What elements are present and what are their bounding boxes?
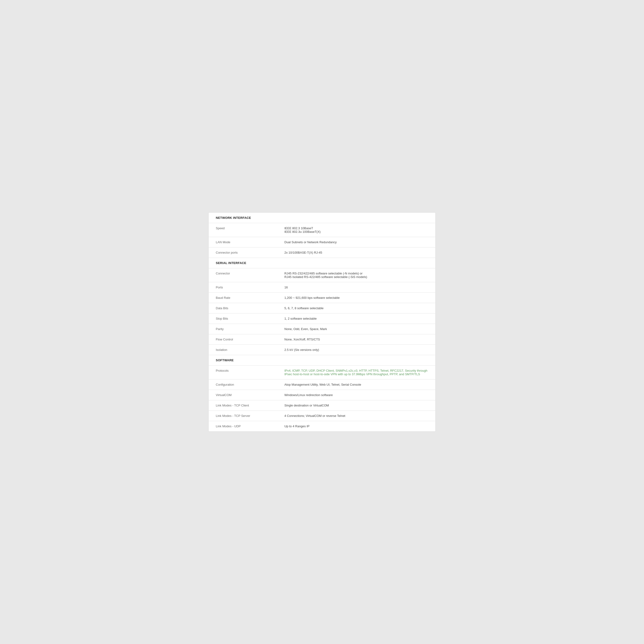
- spec-row-label: Data Bits: [209, 303, 277, 313]
- spec-row: Flow ControlNone, Xon/Xoff, RTS/CTS: [209, 334, 435, 345]
- spec-row: Isolation2.5 kV (Sis versions only): [209, 345, 435, 355]
- spec-row-label: Connector: [209, 268, 277, 282]
- spec-row-label: Link Modes - TCP Server: [209, 411, 277, 421]
- section-header-label: NETWORK INTERFACE: [209, 213, 435, 223]
- spec-row: LAN ModeDual Subnets or Network Redundan…: [209, 237, 435, 247]
- spec-row: Ports16: [209, 282, 435, 293]
- spec-row-value: Atop Management Utility, Web UI, Telnet,…: [277, 379, 435, 390]
- spec-row-label: Configuration: [209, 379, 277, 390]
- spec-row-label: Baud Rate: [209, 293, 277, 303]
- spec-row: ParityNone, Odd, Even, Space, Mark: [209, 324, 435, 334]
- spec-row: Connector ports2x 10/100BASE-T(X) RJ-45: [209, 247, 435, 258]
- section-header: NETWORK INTERFACE: [209, 213, 435, 223]
- spec-row-label: Link Modes - UDP: [209, 421, 277, 432]
- spec-table-container: NETWORK INTERFACESpeedIEEE 802.3 10BaseT…: [208, 212, 436, 432]
- spec-row-value: Dual Subnets or Network Redundancy: [277, 237, 435, 247]
- section-header-label: SERIAL INTERFACE: [209, 258, 435, 268]
- spec-row-value: 5, 6, 7, 8 software selectable: [277, 303, 435, 313]
- spec-row-value: IPv4, ICMP, TCP, UDP, DHCP Client, SNMPv…: [277, 366, 435, 379]
- spec-table: NETWORK INTERFACESpeedIEEE 802.3 10BaseT…: [209, 213, 435, 431]
- spec-row-label: LAN Mode: [209, 237, 277, 247]
- spec-row-value: None, Odd, Even, Space, Mark: [277, 324, 435, 334]
- spec-row: ProtocolsIPv4, ICMP, TCP, UDP, DHCP Clie…: [209, 366, 435, 379]
- spec-row-value: 1,200 ~ 921,600 bps software selectable: [277, 293, 435, 303]
- spec-row: ConnectorRJ45 RS-232/422/485 software se…: [209, 268, 435, 282]
- section-header: SERIAL INTERFACE: [209, 258, 435, 268]
- spec-row-label: Isolation: [209, 345, 277, 355]
- spec-row: Link Modes - TCP Server4 Connections; Vi…: [209, 411, 435, 421]
- spec-row-value: Up to 4 Ranges IP: [277, 421, 435, 432]
- spec-row-label: Link Modes - TCP Client: [209, 400, 277, 411]
- spec-row-value: 1, 2 software selectable: [277, 313, 435, 324]
- spec-row: ConfigurationAtop Management Utility, We…: [209, 379, 435, 390]
- spec-row-value: IEEE 802.3 10BaseTIEEE 802.3u 100BaseT(X…: [277, 223, 435, 237]
- spec-row-label: VirtualCOM: [209, 390, 277, 400]
- spec-row-label: Protocols: [209, 366, 277, 379]
- spec-row-value: Single destination or VirtualCOM: [277, 400, 435, 411]
- spec-row-value: 4 Connections; VirtualCOM or reverse Tel…: [277, 411, 435, 421]
- spec-row-value: None, Xon/Xoff, RTS/CTS: [277, 334, 435, 345]
- spec-row: Data Bits5, 6, 7, 8 software selectable: [209, 303, 435, 313]
- section-header-label: SOFTWARE: [209, 355, 435, 366]
- spec-row-label: Connector ports: [209, 247, 277, 258]
- spec-row: VirtualCOMWindows/Linux redirection soft…: [209, 390, 435, 400]
- spec-row-value: RJ45 RS-232/422/485 software selectable …: [277, 268, 435, 282]
- spec-row-value: 16: [277, 282, 435, 293]
- spec-row-label: Ports: [209, 282, 277, 293]
- spec-row: Baud Rate1,200 ~ 921,600 bps software se…: [209, 293, 435, 303]
- spec-row-label: Speed: [209, 223, 277, 237]
- spec-row-label: Parity: [209, 324, 277, 334]
- spec-row-value: Windows/Linux redirection software: [277, 390, 435, 400]
- spec-row: Link Modes - UDPUp to 4 Ranges IP: [209, 421, 435, 432]
- spec-row: SpeedIEEE 802.3 10BaseTIEEE 802.3u 100Ba…: [209, 223, 435, 237]
- spec-row-label: Stop Bits: [209, 313, 277, 324]
- spec-row-value: 2x 10/100BASE-T(X) RJ-45: [277, 247, 435, 258]
- spec-row-value: 2.5 kV (Sis versions only): [277, 345, 435, 355]
- spec-row: Link Modes - TCP ClientSingle destinatio…: [209, 400, 435, 411]
- section-header: SOFTWARE: [209, 355, 435, 366]
- spec-row: Stop Bits1, 2 software selectable: [209, 313, 435, 324]
- spec-row-label: Flow Control: [209, 334, 277, 345]
